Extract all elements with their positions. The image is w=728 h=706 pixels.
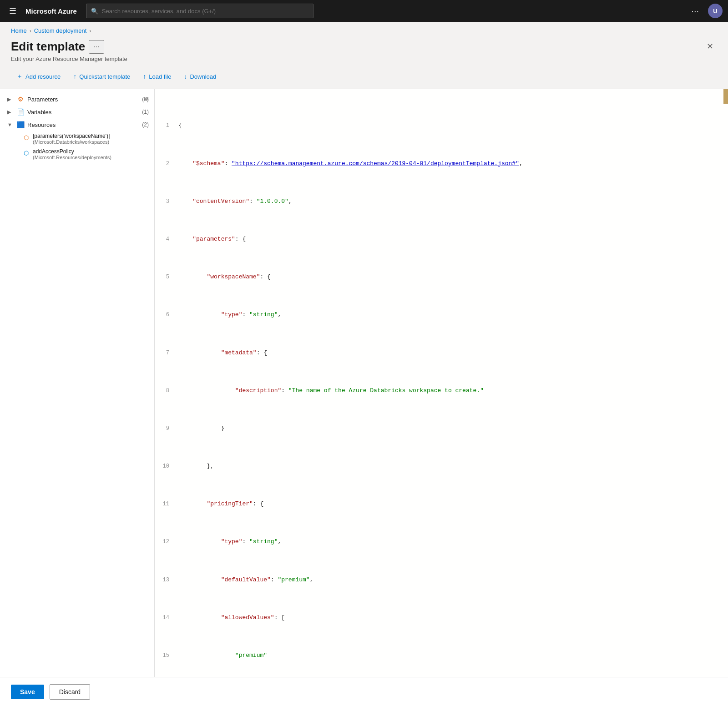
resources-label: Resources bbox=[27, 121, 139, 128]
variables-icon: 📄 bbox=[16, 108, 25, 116]
collapse-panel-button[interactable]: « bbox=[143, 93, 151, 105]
nav-more-icon[interactable]: ··· bbox=[688, 2, 703, 20]
parameters-label: Parameters bbox=[27, 96, 139, 103]
resource1-name: [parameters('workspaceName')] bbox=[33, 133, 110, 139]
code-line-6: 6 "type": "string", bbox=[155, 310, 728, 320]
variables-label: Variables bbox=[27, 109, 139, 116]
page-subtitle: Edit your Azure Resource Manager templat… bbox=[0, 54, 728, 62]
editor-area[interactable]: 1 { 2 "$schema": "https://schema.managem… bbox=[155, 89, 728, 700]
plus-icon: ＋ bbox=[16, 72, 23, 81]
load-file-label: Load file bbox=[149, 73, 171, 80]
more-options-button[interactable]: ··· bbox=[89, 40, 104, 54]
chevron-right-icon: ▶ bbox=[7, 96, 14, 102]
download-label: Download bbox=[190, 73, 216, 80]
page-title: Edit template bbox=[11, 40, 85, 54]
discard-button[interactable]: Discard bbox=[50, 684, 90, 700]
code-line-12: 12 "type": "string", bbox=[155, 537, 728, 547]
download-icon: ↓ bbox=[184, 73, 187, 80]
add-resource-button[interactable]: ＋ Add resource bbox=[11, 70, 66, 83]
code-line-14: 14 "allowedValues": [ bbox=[155, 613, 728, 623]
bottom-bar: Save Discard bbox=[0, 677, 728, 706]
resource2-name: addAccessPolicy bbox=[33, 148, 111, 155]
search-icon: 🔍 bbox=[91, 8, 98, 15]
code-line-8: 8 "description": "The name of the Azure … bbox=[155, 386, 728, 396]
chevron-down-icon-resources: ▼ bbox=[7, 122, 14, 127]
code-line-5: 5 "workspaceName": { bbox=[155, 272, 728, 282]
page-header: Edit template ··· ✕ bbox=[0, 34, 728, 54]
code-line-11: 11 "pricingTier": { bbox=[155, 499, 728, 509]
breadcrumb-sep-2: › bbox=[89, 28, 91, 34]
variables-count: (1) bbox=[142, 109, 149, 115]
code-editor[interactable]: 1 { 2 "$schema": "https://schema.managem… bbox=[155, 89, 728, 700]
parameters-icon: ⚙ bbox=[16, 95, 25, 103]
hamburger-menu-icon[interactable]: ☰ bbox=[5, 2, 20, 20]
databricks-icon: ⬡ bbox=[22, 133, 30, 141]
code-line-10: 10 }, bbox=[155, 462, 728, 471]
code-line-1: 1 { bbox=[155, 121, 728, 131]
resource2-type: (Microsoft.Resources/deployments) bbox=[33, 155, 111, 160]
add-resource-label: Add resource bbox=[25, 73, 61, 80]
quickstart-template-button[interactable]: ↑ Quickstart template bbox=[68, 70, 136, 83]
close-button[interactable]: ✕ bbox=[703, 40, 717, 53]
chevron-right-icon-vars: ▶ bbox=[7, 109, 14, 115]
code-line-7: 7 "metadata": { bbox=[155, 348, 728, 358]
code-line-2: 2 "$schema": "https://schema.management.… bbox=[155, 159, 728, 169]
tree-item-resources[interactable]: ▼ 🟦 Resources (2) bbox=[0, 118, 154, 131]
tree-child-resource2[interactable]: ⬡ addAccessPolicy (Microsoft.Resources/d… bbox=[0, 146, 154, 162]
upload-icon: ↑ bbox=[73, 73, 76, 80]
code-line-9: 9 } bbox=[155, 424, 728, 434]
quickstart-template-label: Quickstart template bbox=[79, 73, 130, 80]
main-content: « ▶ ⚙ Parameters (8) ▶ 📄 Variables (1) ▼… bbox=[0, 89, 728, 700]
tree-child-resource1[interactable]: ⬡ [parameters('workspaceName')] (Microso… bbox=[0, 131, 154, 146]
load-file-button[interactable]: ↑ Load file bbox=[137, 70, 177, 83]
global-search-bar[interactable]: 🔍 bbox=[86, 4, 313, 18]
avatar[interactable]: U bbox=[708, 4, 723, 18]
toolbar: ＋ Add resource ↑ Quickstart template ↑ L… bbox=[0, 62, 728, 89]
top-navigation: ☰ Microsoft Azure 🔍 ··· U bbox=[0, 0, 728, 22]
code-line-13: 13 "defaultValue": "premium", bbox=[155, 575, 728, 585]
code-line-15: 15 "premium" bbox=[155, 651, 728, 661]
brand-title: Microsoft Azure bbox=[25, 7, 77, 15]
editor-scroll[interactable]: 1 { 2 "$schema": "https://schema.managem… bbox=[155, 89, 728, 700]
left-panel: « ▶ ⚙ Parameters (8) ▶ 📄 Variables (1) ▼… bbox=[0, 89, 155, 700]
resource1-type: (Microsoft.Databricks/workspaces) bbox=[33, 139, 110, 145]
code-line-4: 4 "parameters": { bbox=[155, 235, 728, 244]
breadcrumb-custom-deployment[interactable]: Custom deployment bbox=[34, 27, 87, 34]
tree-item-variables[interactable]: ▶ 📄 Variables (1) bbox=[0, 106, 154, 118]
breadcrumb: Home › Custom deployment › bbox=[0, 22, 728, 34]
breadcrumb-sep-1: › bbox=[30, 28, 31, 34]
code-line-3: 3 "contentVersion": "1.0.0.0", bbox=[155, 197, 728, 207]
breadcrumb-home[interactable]: Home bbox=[11, 27, 27, 34]
download-button[interactable]: ↓ Download bbox=[178, 70, 222, 83]
search-input[interactable] bbox=[102, 8, 308, 15]
deployment-icon: ⬡ bbox=[22, 149, 30, 157]
resources-count: (2) bbox=[142, 121, 149, 128]
save-button[interactable]: Save bbox=[11, 685, 44, 699]
resources-icon: 🟦 bbox=[16, 121, 25, 129]
scroll-indicator bbox=[723, 89, 728, 104]
tree-item-parameters[interactable]: ▶ ⚙ Parameters (8) bbox=[0, 93, 154, 106]
load-icon: ↑ bbox=[143, 73, 146, 80]
